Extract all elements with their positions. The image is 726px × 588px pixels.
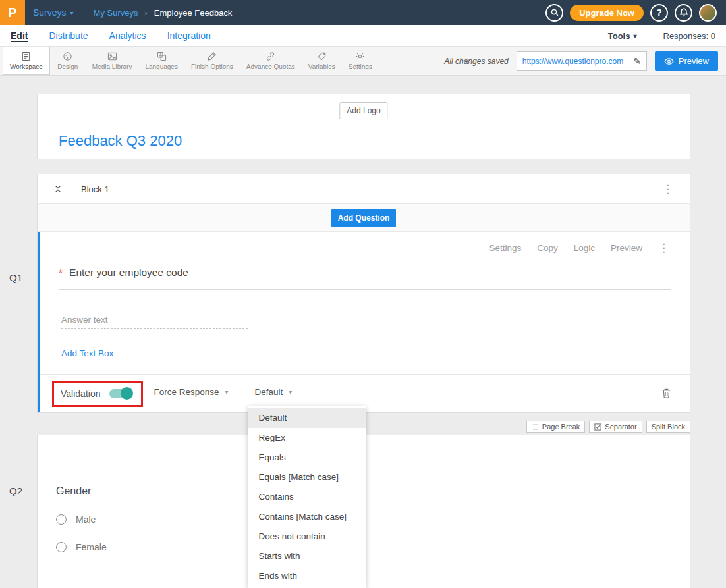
menu-item-starts-with[interactable]: Starts with: [248, 547, 366, 566]
search-icon: [550, 8, 559, 17]
gear-icon: [355, 51, 365, 61]
question-logic-action[interactable]: Logic: [574, 243, 595, 253]
toolbar-item-variables[interactable]: Variables: [302, 47, 342, 75]
split-block-label: Split Block: [652, 423, 685, 431]
toolbar-item-advance-quotas[interactable]: Advance Quotas: [240, 47, 302, 75]
add-text-box-link[interactable]: Add Text Box: [61, 348, 113, 358]
toolbar-item-label: Languages: [145, 63, 178, 70]
delete-question-trash-icon[interactable]: [661, 388, 671, 399]
force-response-dropdown[interactable]: Force Response ▾: [154, 387, 228, 400]
chevron-down-icon: ▾: [289, 388, 292, 396]
toolbar-item-settings[interactable]: Settings: [342, 47, 379, 75]
validation-type-selected: Default: [255, 387, 283, 397]
top-app-bar: P Surveys ▾ My Surveys › Employee Feedba…: [0, 0, 726, 25]
toolbar-item-design[interactable]: Design: [50, 47, 86, 75]
breadcrumb-separator-icon: ›: [145, 8, 148, 18]
tab-integration[interactable]: Integration: [167, 30, 211, 41]
radio-option-label: Female: [76, 542, 107, 552]
questionpro-logo[interactable]: P: [0, 0, 25, 25]
question-menu-kebab-icon[interactable]: ⋮: [658, 241, 670, 255]
radio-unchecked-icon: [56, 514, 67, 525]
page-break-button[interactable]: Page Break: [526, 421, 585, 433]
question-settings-action[interactable]: Settings: [489, 243, 521, 253]
user-avatar[interactable]: [699, 4, 717, 22]
collapse-block-icon[interactable]: [53, 184, 63, 194]
add-question-row: Add Question: [38, 204, 690, 232]
survey-editor-canvas: Q1 Q2 Add Logo Feedback Q3 2020 Block 1 …: [0, 76, 726, 588]
toolbar-item-languages[interactable]: A Languages: [138, 47, 184, 75]
toolbar-item-label: Design: [57, 63, 78, 70]
toolbar-item-label: Variables: [308, 63, 335, 70]
toolbar-item-label: Settings: [349, 63, 372, 70]
palette-icon: [63, 51, 72, 61]
block-header: Block 1 ⋮: [38, 174, 690, 204]
tools-menu[interactable]: Tools ▾: [608, 31, 637, 41]
pencil-icon: ✎: [633, 56, 641, 67]
question1-number: Q1: [9, 272, 22, 283]
question1-text-row: * Enter your employee code: [59, 267, 671, 290]
toolbar-item-media-library[interactable]: Media Library: [86, 47, 139, 75]
survey-url-input[interactable]: [517, 57, 628, 66]
survey-header-card: Add Logo Feedback Q3 2020: [37, 94, 690, 159]
menu-item-equals-match-case[interactable]: Equals [Match case]: [248, 468, 366, 487]
question-copy-action[interactable]: Copy: [537, 243, 558, 253]
menu-item-contains[interactable]: Contains: [248, 487, 366, 507]
menu-item-default[interactable]: Default: [248, 408, 366, 428]
question1-text[interactable]: Enter your employee code: [69, 267, 188, 279]
question2-number: Q2: [9, 485, 22, 496]
survey-nav-tabs: Edit Distribute Analytics Integration To…: [0, 25, 726, 47]
responses-count[interactable]: Responses: 0: [663, 31, 716, 41]
block-title[interactable]: Block 1: [81, 184, 109, 194]
upgrade-now-button[interactable]: Upgrade Now: [570, 5, 644, 21]
answer-text-field[interactable]: Answer text: [61, 315, 248, 329]
tab-edit[interactable]: Edit: [11, 30, 28, 41]
question1-card: Settings Copy Logic Preview ⋮ * Enter yo…: [38, 232, 690, 412]
help-button[interactable]: ?: [650, 4, 668, 22]
toolbar-item-workspace[interactable]: Workspace: [3, 47, 50, 75]
finish-options-icon: [207, 51, 217, 61]
radio-unchecked-icon: [56, 542, 67, 552]
menu-item-contains-match-case[interactable]: Contains [Match case]: [248, 507, 366, 527]
question1-actions: Settings Copy Logic Preview ⋮: [59, 241, 671, 255]
question-preview-action[interactable]: Preview: [611, 243, 642, 253]
checkbox-check-icon: [594, 423, 601, 431]
tab-analytics[interactable]: Analytics: [109, 30, 146, 41]
breadcrumb-current-survey: Employee Feedback: [154, 8, 233, 18]
page-break-label: Page Break: [542, 423, 580, 431]
annotation-highlight-rect: Validation: [52, 381, 143, 407]
search-button[interactable]: [545, 4, 563, 22]
menu-item-equals[interactable]: Equals: [248, 448, 366, 468]
split-block-button[interactable]: Split Block: [646, 421, 690, 433]
menu-item-does-not-contain[interactable]: Does not contain: [248, 527, 366, 547]
radio-option-label: Male: [76, 514, 96, 525]
add-logo-button[interactable]: Add Logo: [339, 102, 387, 119]
menu-item-regex[interactable]: RegEx: [248, 428, 366, 448]
editor-toolbar: Workspace Design Media Library A Languag…: [0, 47, 726, 76]
survey-title[interactable]: Feedback Q3 2020: [59, 132, 182, 149]
toolbar-item-label: Finish Options: [191, 63, 233, 70]
preview-button-label: Preview: [679, 56, 709, 66]
radio-option-male[interactable]: Male: [56, 514, 96, 525]
autosave-status: All changes saved: [444, 57, 508, 66]
tab-distribute[interactable]: Distribute: [49, 30, 88, 41]
nav-right-cluster: Tools ▾ Responses: 0: [608, 31, 715, 41]
notifications-button[interactable]: [675, 4, 692, 22]
breadcrumb-my-surveys[interactable]: My Surveys: [94, 8, 138, 18]
force-response-label: Force Response: [154, 387, 219, 397]
product-menu-surveys[interactable]: Surveys ▾: [33, 7, 74, 18]
separator-button[interactable]: Separator: [589, 421, 642, 433]
validation-type-dropdown[interactable]: Default ▾ Default RegEx Equals Equals [M…: [255, 387, 293, 400]
block-menu-kebab-icon[interactable]: ⋮: [662, 182, 674, 196]
block-card: Block 1 ⋮ Add Question Settings Copy Log…: [37, 174, 690, 413]
preview-button[interactable]: Preview: [655, 51, 718, 71]
required-marker: *: [59, 267, 63, 279]
page-break-icon: [532, 423, 539, 431]
add-question-button[interactable]: Add Question: [331, 209, 397, 227]
radio-option-female[interactable]: Female: [56, 542, 107, 552]
toolbar-item-label: Media Library: [92, 63, 132, 70]
menu-item-ends-with[interactable]: Ends with: [248, 566, 366, 586]
toolbar-item-finish-options[interactable]: Finish Options: [184, 47, 240, 75]
validation-toggle[interactable]: [109, 389, 132, 398]
validation-type-menu: Default RegEx Equals Equals [Match case]…: [248, 406, 366, 588]
edit-url-button[interactable]: ✎: [628, 52, 646, 70]
